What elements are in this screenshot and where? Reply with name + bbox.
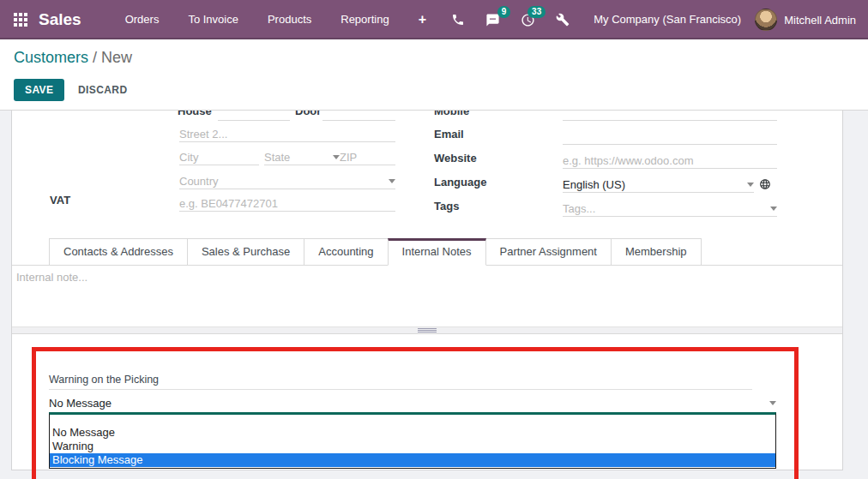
option-no-message[interactable]: No Message [50,426,775,440]
grip-lines-icon [418,328,437,332]
language-value: English (US) [563,178,625,191]
option-blocking-message[interactable]: Blocking Message [50,453,775,467]
warning-label-underline [49,389,752,390]
tab-internal-notes[interactable]: Internal Notes [388,238,486,266]
notebook-tabs: Contacts & Addresses Sales & Purchase Ac… [12,238,842,266]
tab-membership[interactable]: Membership [611,238,702,266]
vat-label: VAT [50,194,70,207]
city-input[interactable] [179,150,259,165]
menu-reporting[interactable]: Reporting [326,0,403,39]
user-name: Mitchell Admin [784,14,856,27]
tags-select[interactable]: Tags... [563,201,777,217]
globe-icon [759,178,771,194]
website-input[interactable] [563,153,777,168]
warning-select-value: No Message [49,397,112,410]
caret-down-icon [770,207,777,211]
language-label: Language [434,176,486,189]
country-select[interactable]: Country [179,174,395,189]
door-label: Door [295,111,321,117]
menu-orders[interactable]: Orders [111,0,174,39]
house-input[interactable] [218,111,290,121]
wrench-icon [556,13,570,27]
mobile-input[interactable] [563,111,777,121]
caret-down-icon [747,183,754,187]
website-field[interactable] [563,153,777,169]
messages-button[interactable]: 9 [475,0,510,39]
state-select[interactable]: State [264,150,340,165]
company-switcher[interactable]: My Company (San Francisco) [580,0,755,39]
top-navbar: Sales Orders To Invoice Products Reporti… [0,0,868,39]
zip-input[interactable] [340,150,395,165]
internal-notes-panel [12,266,842,326]
navbar-right-systray: 9 33 My Company (San Francisco) Mitchell… [441,0,868,39]
discard-button[interactable]: DISCARD [69,79,136,101]
country-placeholder: Country [179,175,219,188]
city-field[interactable] [179,150,259,165]
tab-contacts-addresses[interactable]: Contacts & Addresses [49,238,188,266]
activities-button[interactable]: 33 [510,0,546,39]
breadcrumb-customers-link[interactable]: Customers [14,49,88,66]
menu-to-invoice[interactable]: To Invoice [173,0,253,39]
street2-input[interactable] [179,127,395,141]
email-field[interactable] [563,129,777,145]
house-label: House [178,111,212,117]
user-menu[interactable]: Mitchell Admin [755,9,863,31]
vat-input[interactable] [179,196,395,211]
door-input[interactable] [322,111,395,121]
tab-partner-assignment[interactable]: Partner Assignment [485,238,612,266]
breadcrumb-current: New [101,49,132,66]
voip-phone-button[interactable] [441,0,475,39]
panel-resize-handle[interactable] [12,326,842,334]
warning-select-dropdown: No Message Warning Blocking Message [49,412,776,469]
apps-menu-button[interactable] [14,13,27,27]
developer-tools-button[interactable] [546,0,580,39]
tags-placeholder: Tags... [563,202,595,215]
website-label: Website [434,152,477,165]
menu-products[interactable]: Products [253,0,326,39]
phone-icon [451,13,465,27]
mobile-label: Mobile [434,111,469,117]
option-warning[interactable]: Warning [50,440,775,453]
language-select[interactable]: English (US) [563,177,754,193]
breadcrumb: Customers / New [14,49,132,67]
breadcrumb-separator: / [93,49,101,66]
warning-on-picking-label: Warning on the Picking [49,374,159,386]
save-button[interactable]: SAVE [14,79,64,101]
street2-field[interactable] [179,127,395,142]
app-window: Sales Orders To Invoice Products Reporti… [0,0,868,479]
email-label: Email [434,128,464,141]
caret-down-icon [389,179,395,183]
tags-label: Tags [434,200,459,213]
main-menu: Orders To Invoice Products Reporting + [111,0,441,39]
warning-on-picking-select[interactable]: No Message [49,395,776,411]
apps-grid-icon [14,13,27,27]
activities-count-badge: 33 [527,6,546,18]
email-input[interactable] [563,129,777,144]
tab-accounting[interactable]: Accounting [304,238,388,266]
caret-down-icon [333,155,340,159]
caret-down-icon [769,401,776,405]
internal-note-textarea[interactable] [12,266,842,326]
app-name[interactable]: Sales [39,10,81,29]
state-placeholder: State [264,151,290,164]
control-panel: Customers / New SAVE DISCARD [0,39,868,111]
tab-sales-purchase[interactable]: Sales & Purchase [187,238,304,266]
menu-plus[interactable]: + [404,0,441,39]
messages-count-badge: 9 [497,6,511,18]
vat-field[interactable] [179,196,395,212]
avatar [755,9,777,31]
zip-field[interactable] [340,150,395,165]
